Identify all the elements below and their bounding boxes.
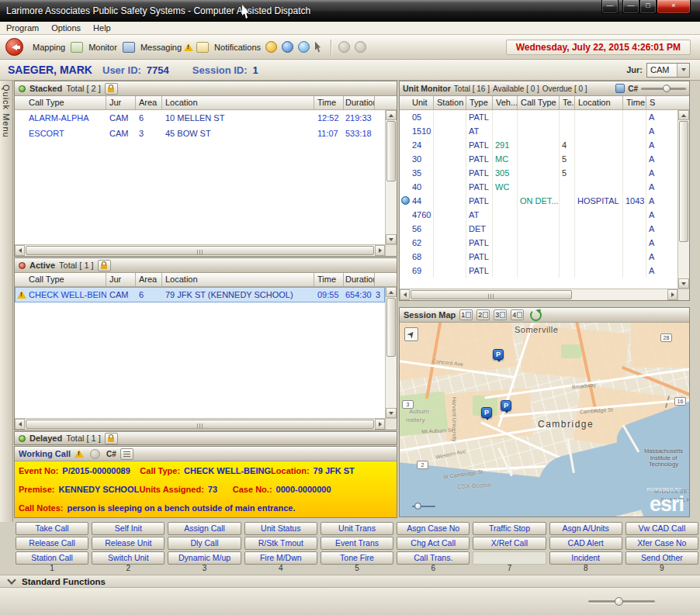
map-marker-p[interactable]: P [501,400,511,411]
scroll-up-button[interactable] [678,110,689,120]
scroll-down-button[interactable] [678,278,689,288]
scroll-left-button[interactable] [15,245,25,256]
unit-row[interactable]: 1510ATA [400,124,677,138]
monitor-icon[interactable] [123,42,135,53]
unit-row-on-detail[interactable]: 44PATLON DET...HOSPITAL1043A [400,194,677,208]
vertical-scrollbar[interactable] [385,110,397,244]
scrollbar-thumb[interactable] [26,246,374,255]
toolbar-messaging[interactable]: Messaging [140,43,182,52]
bottom-slider[interactable] [588,597,655,606]
column-header-unit[interactable]: Unit [400,96,434,109]
column-header-station[interactable]: Station [434,96,466,109]
release-unit-button[interactable]: Release Unit [92,537,165,550]
vertical-scrollbar[interactable] [677,110,689,288]
column-header-time[interactable]: Time [314,273,344,286]
scroll-down-button[interactable] [386,234,397,244]
column-header-team[interactable]: Te... [560,96,575,109]
scroll-right-button[interactable] [375,245,385,256]
unit-row[interactable]: 4760ATA [400,208,677,222]
toolbar-monitor[interactable]: Monitor [88,43,117,52]
slider-thumb[interactable] [414,503,421,510]
rollup-button[interactable]: — [601,0,619,14]
column-header-location[interactable]: Location [575,96,623,109]
event-trans-button[interactable]: Event Trans [321,537,393,550]
vw-cad-call-button[interactable]: Vw CAD Call [625,522,698,535]
column-header-vehicle[interactable]: Veh... [493,96,518,109]
stacked-call-row[interactable]: ALARM-ALPHA CAM 6 10 MELLEN ST 12:52 219… [15,110,385,126]
assign-call-button[interactable]: Assign Call [168,522,241,535]
globe-icon[interactable] [298,41,310,53]
unit-monitor-slider[interactable] [641,84,686,93]
column-header-location[interactable]: Location [162,96,314,109]
unit-row[interactable]: 69PATLA [400,264,677,278]
scrollbar-thumb[interactable] [411,290,572,299]
stacked-call-row[interactable]: ESCORT CAM 3 45 BOW ST 11:07 533:18 [15,126,385,141]
xref-call-button[interactable]: X/Ref Call [473,537,546,550]
scroll-left-button[interactable] [15,419,25,430]
menu-help[interactable]: Help [87,22,117,33]
filter-icon[interactable] [615,84,625,93]
map-preset-3-button[interactable]: 3 [494,309,507,320]
slider-thumb[interactable] [663,85,671,92]
unit-row[interactable]: 24PATL2914A [400,138,677,152]
dly-call-button[interactable]: Dly Call [168,537,241,550]
pointer-icon[interactable] [315,42,323,53]
column-header-jur[interactable]: Jur [106,273,136,286]
menu-program[interactable]: Program [0,22,45,33]
scroll-left-button[interactable] [400,289,410,300]
jur-dropdown-arrow[interactable] [677,64,689,77]
map-preset-4-button[interactable]: 4 [511,309,524,320]
alert-icon[interactable] [265,41,277,53]
chg-act-call-button[interactable]: Chg Act Call [397,537,470,550]
column-header-duration[interactable]: Duration [344,273,375,286]
toolbar-notifications[interactable]: Notifications [214,43,261,52]
unit-row[interactable]: 56DETA [400,222,677,236]
clock-icon[interactable] [282,41,293,53]
map-icon[interactable] [71,42,83,53]
title-bar[interactable]: Larimore Associates Public Safety System… [0,0,700,22]
traffic-stop-button[interactable]: Traffic Stop [473,522,546,535]
working-call-menu-button[interactable] [120,448,133,460]
minimize-button[interactable]: — [622,0,639,14]
column-header-call-type[interactable]: Call Type [518,96,560,109]
column-header-duration[interactable]: Duration [344,96,375,109]
map-marker-p[interactable]: P [493,349,504,360]
map-preset-2-button[interactable]: 2 [476,309,490,320]
take-call-button[interactable]: Take Call [16,522,88,535]
unit-row[interactable]: 68PATLA [400,250,677,264]
slider-thumb[interactable] [615,597,623,606]
scroll-up-button[interactable] [386,110,397,120]
column-header-area[interactable]: Area [136,96,162,109]
history-icon[interactable] [338,41,350,53]
delayed-lock-button[interactable] [105,433,118,444]
unit-row[interactable]: 30PATLMC5A [400,152,677,166]
map-zoom-slider[interactable] [412,503,435,510]
map-canvas[interactable]: Somerville Cambridge Auburn metery Harva… [400,323,689,517]
quick-menu-strip[interactable]: Quick Menu [0,81,13,522]
column-header-time[interactable]: Time [623,96,646,109]
close-button[interactable]: × [657,0,691,14]
back-button[interactable] [5,38,23,56]
refresh-icon[interactable] [530,309,542,321]
warning-icon[interactable] [184,43,193,51]
rstk-tmout-button[interactable]: R/Stk Tmout [244,537,317,550]
stacked-lock-button[interactable] [105,83,118,95]
cad-alert-button[interactable]: CAD Alert [549,537,622,550]
map-marker-p[interactable]: P [481,407,492,418]
column-header-time[interactable]: Time [314,96,344,109]
horizontal-scrollbar[interactable] [400,288,677,300]
scroll-right-button[interactable] [375,419,385,430]
asgn-a-units-button[interactable]: Asgn A/Units [549,522,622,535]
column-header-area[interactable]: Area [136,273,162,286]
xfer-case-no-button[interactable]: Xfer Case No [625,537,698,550]
scrollbar-thumb[interactable] [26,420,374,429]
unit-row[interactable]: 05PATLA [400,110,677,124]
horizontal-scrollbar[interactable] [15,244,385,256]
scroll-right-button[interactable] [667,289,677,300]
message-icon[interactable] [196,42,209,53]
active-call-row-selected[interactable]: CHECK WELL-BEING CAM 6 79 JFK ST (KENNED… [15,287,385,302]
column-header-call-type[interactable]: Call Type [15,96,106,109]
unit-row[interactable]: 40PATLWCA [400,180,677,194]
horizontal-scrollbar[interactable] [15,418,385,430]
column-header-type[interactable]: Type [466,96,493,109]
